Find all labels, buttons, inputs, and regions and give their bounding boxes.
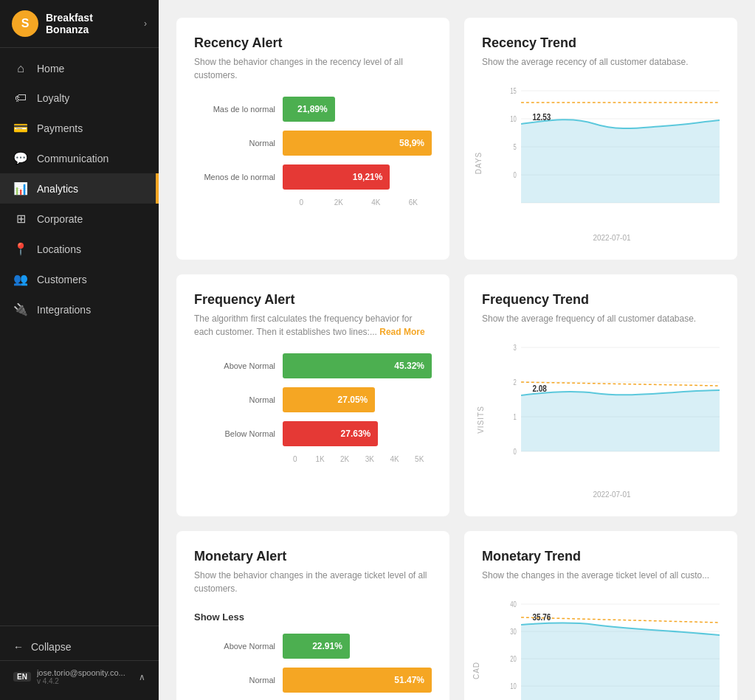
bar-1: 21,89% [283,97,335,122]
svg-text:0: 0 [514,448,517,456]
freq-bar-label-1: Above Normal [194,361,275,370]
recency-bar-chart: Mas de lo normal 21,89% Normal 58,9% [194,97,432,190]
sidebar-bottom: ← Collapse EN jose.torio@spoonity.co... … [0,626,159,700]
frequency-bar-axis: 0 1K 2K 3K 4K 5K [283,455,432,463]
freq-bar-row-2: Normal 27.05% [194,387,432,412]
sidebar-brand: Breakfast Bonanza [46,12,137,35]
collapse-button[interactable]: ← Collapse [0,634,159,660]
freq-bar-3: 27.63% [283,421,378,446]
bar-row-1: Mas de lo normal 21,89% [194,97,432,122]
sidebar-item-label: Payments [37,122,83,134]
bar-wrap-2: 58,9% [283,131,432,156]
freq-bar-row-3: Below Normal 27.63% [194,421,432,446]
tag-icon: 🏷 [13,91,28,105]
freq-bar-wrap-2: 27.05% [283,387,432,412]
recency-trend-card: Recency Trend Show the average recency o… [464,18,737,260]
frequency-trend-desc: Show the average frequency of all custom… [482,312,720,325]
sidebar-logo: S [12,10,38,37]
freq-bar-wrap-1: 45.32% [283,353,432,378]
frequency-row: Frequency Alert The algorithm first calc… [176,274,737,516]
sidebar-item-label: Corporate [37,213,83,225]
user-email: jose.torio@spoonity.co... [37,668,133,677]
recency-alert-desc: Show the behavior changes in the recency… [194,55,432,82]
svg-text:10: 10 [510,682,517,690]
sidebar-item-label: Home [37,63,64,74]
svg-text:12.53: 12.53 [532,112,551,122]
freq-bar-label-2: Normal [194,395,275,404]
svg-text:35.76: 35.76 [532,612,551,622]
collapse-label: Collapse [31,641,71,653]
freq-bar-value-3: 27.63% [341,429,371,439]
frequency-bar-chart: Above Normal 45.32% Normal 27.05% [194,353,432,446]
svg-text:0: 0 [514,171,517,179]
main-content: Recency Alert Show the behavior changes … [159,0,755,700]
frequency-trend-card: Frequency Trend Show the average frequen… [464,274,737,516]
mon-bar-1: 22.91% [283,634,350,659]
bar-label-3: Menos de lo normal [194,173,275,181]
monetary-row: Monetary Alert Show the behavior changes… [176,531,737,700]
frequency-alert-card: Frequency Alert The algorithm first calc… [176,274,449,516]
sidebar-item-customers[interactable]: 👥 Customers [0,264,159,294]
sidebar-item-label: Customers [37,274,87,285]
recency-bar-axis: 0 2K 4K 6K [283,198,432,207]
sidebar-item-analytics[interactable]: 📊 Analytics [0,173,159,204]
bar-row-2: Normal 58,9% [194,131,432,156]
recency-trend-desc: Show the average recency of all customer… [482,55,720,69]
svg-text:15: 15 [510,87,517,95]
sidebar-item-label: Communication [37,153,108,164]
recency-trend-chart: 15 10 5 0 12.53 [504,83,720,231]
mon-bar-value-1: 22.91% [312,641,342,651]
svg-text:2.08: 2.08 [532,384,547,393]
monetary-trend-chart: 40 30 20 10 0 35.76 [504,597,720,700]
grid-icon: ⊞ [13,212,28,226]
recency-trend-title: Recency Trend [482,35,720,51]
monetary-alert-desc: Show the behavior changes in the average… [194,569,432,595]
bar-label-2: Normal [194,139,275,148]
freq-bar-value-1: 45.32% [394,361,424,371]
read-more-link[interactable]: Read More [379,327,424,337]
svg-text:3: 3 [514,344,517,352]
sidebar-item-locations[interactable]: 📍 Locations [0,234,159,264]
monetary-trend-card: Monetary Trend Show the changes in the a… [464,531,737,700]
frequency-alert-title: Frequency Alert [194,292,432,308]
frequency-trend-svg: 3 2 1 0 2.08 [504,340,720,488]
recency-alert-title: Recency Alert [194,35,432,51]
sidebar-item-corporate[interactable]: ⊞ Corporate [0,204,159,234]
monetary-trend-title: Monetary Trend [482,549,720,564]
recency-row: Recency Alert Show the behavior changes … [176,18,737,260]
sidebar-item-integrations[interactable]: 🔌 Integrations [0,294,159,325]
user-section[interactable]: EN jose.torio@spoonity.co... v 4.4.2 ∧ [0,660,159,693]
users-icon: 👥 [13,272,28,286]
home-icon: ⌂ [13,62,28,75]
recency-trend-x-label: 2022-07-01 [504,234,720,242]
svg-text:5: 5 [514,143,517,151]
show-less-label[interactable]: Show Less [194,611,244,623]
mon-bar-row-2: Normal 51.47% [194,668,432,693]
chat-icon: 💬 [13,151,28,165]
sidebar-item-loyalty[interactable]: 🏷 Loyalty [0,83,159,113]
sidebar-nav: ⌂ Home 🏷 Loyalty 💳 Payments 💬 Communicat… [0,48,159,626]
plug-icon: 🔌 [13,302,28,316]
frequency-trend-chart: 3 2 1 0 2.08 [504,340,720,488]
monetary-alert-title: Monetary Alert [194,549,432,564]
monetary-trend-desc: Show the changes in the average ticket l… [482,569,720,582]
sidebar-item-home[interactable]: ⌂ Home [0,54,159,83]
bar-value-3: 19,21% [353,172,383,182]
bar-row-3: Menos de lo normal 19,21% [194,164,432,190]
frequency-trend-x-label: 2022-07-01 [504,491,720,499]
sidebar-header[interactable]: S Breakfast Bonanza › [0,0,159,48]
mon-bar-wrap-1: 22.91% [283,634,432,659]
sidebar-item-communication[interactable]: 💬 Communication [0,143,159,173]
user-flag: EN [13,672,31,682]
monetary-alert-card: Monetary Alert Show the behavior changes… [176,531,449,700]
recency-trend-y-label: DAYS [475,151,483,174]
pin-icon: 📍 [13,242,28,256]
frequency-trend-title: Frequency Trend [482,292,720,308]
freq-bar-1: 45.32% [283,353,432,378]
svg-text:10: 10 [510,115,517,123]
freq-bar-label-3: Below Normal [194,429,275,438]
freq-bar-2: 27.05% [283,387,375,412]
svg-text:1: 1 [514,413,517,421]
sidebar-item-payments[interactable]: 💳 Payments [0,113,159,143]
mon-bar-2: 51.47% [283,668,432,693]
